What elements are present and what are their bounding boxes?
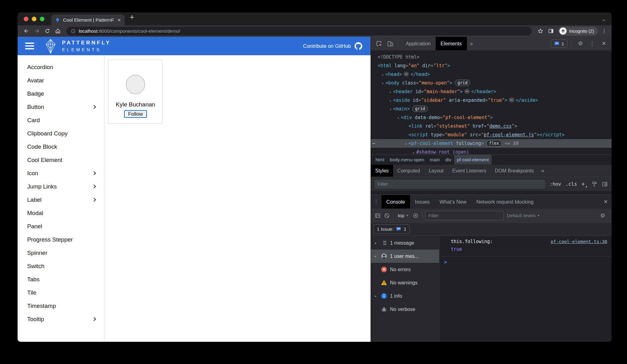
toggle-classes-button[interactable]: .cls — [565, 181, 577, 187]
devtools-settings-icon[interactable]: ⚙ — [575, 40, 586, 47]
address-bar[interactable]: localhost:8000/components/cool-element/d… — [66, 27, 532, 35]
collapse-arrow-icon[interactable]: ▾ — [388, 105, 393, 114]
sidebar-item-avatar[interactable]: Avatar — [18, 74, 104, 87]
sidebar-item-modal[interactable]: Modal — [18, 206, 104, 220]
site-info-icon[interactable] — [71, 29, 76, 34]
layout-badge[interactable]: grid — [412, 105, 428, 112]
drawer-tab-console[interactable]: Console — [381, 195, 410, 209]
tab-application[interactable]: Application — [401, 37, 436, 50]
drawer-close-icon[interactable]: ✕ — [604, 199, 608, 205]
breadcrumb-div[interactable]: div — [442, 155, 454, 164]
console-prompt[interactable]: > — [439, 256, 612, 265]
issue-counter-button[interactable]: 1 Issue: 1 — [373, 225, 410, 234]
inline-expand-icon[interactable]: ⋯ — [509, 97, 514, 102]
console-settings-icon[interactable]: ⚙ — [597, 212, 608, 219]
sidebar-item-button[interactable]: Button — [18, 100, 104, 114]
dom-tree-row[interactable]: <script type="module" src="pf-cool-eleme… — [371, 130, 612, 139]
styles-tab-styles[interactable]: Styles — [371, 165, 393, 177]
styles-tab-dom-breakpoints[interactable]: DOM Breakpoints — [491, 165, 538, 177]
forward-icon[interactable] — [32, 27, 42, 36]
collapse-arrow-icon[interactable]: ▾ — [396, 114, 401, 122]
tab-close-icon[interactable]: ✕ — [117, 18, 122, 23]
collapse-arrow-icon[interactable]: ▾ — [403, 140, 409, 148]
browser-tab[interactable]: Cool Element | PatternFly Elem ✕ — [51, 14, 125, 25]
styles-filter-input[interactable] — [375, 180, 545, 189]
sidebar-item-spinner[interactable]: Spinner — [18, 246, 104, 259]
inline-expand-icon[interactable]: ⋯ — [464, 89, 470, 94]
profile-badge[interactable]: Incognito (2) — [558, 27, 598, 35]
log-levels-dropdown[interactable]: Default levels ▾ — [507, 213, 539, 218]
dom-tree-row[interactable]: ▸<head>⋯</head> — [371, 70, 612, 79]
rendering-emulation-icon[interactable] — [591, 181, 597, 187]
more-tabs-icon[interactable]: » — [467, 40, 476, 47]
drawer-tab-network-request-blocking[interactable]: Network request blocking — [471, 195, 538, 209]
styles-tab-event-listeners[interactable]: Event Listeners — [448, 165, 490, 177]
devtools-menu-icon[interactable]: ⋮ — [587, 40, 597, 47]
drawer-tab-issues[interactable]: Issues — [410, 195, 435, 209]
styles-tab-layout[interactable]: Layout — [424, 165, 448, 177]
dom-tree-row[interactable]: ⋯▾<pf-cool-element following>flex == $0 — [371, 139, 612, 148]
sidebar-item-icon[interactable]: Icon — [18, 167, 104, 180]
dom-tree-row[interactable]: ▾<div data-demo="pf-cool-element"> — [371, 113, 612, 122]
sidebar-item-label[interactable]: Label — [18, 193, 104, 206]
issues-counter-button[interactable]: 1 — [551, 39, 567, 48]
contribute-link[interactable]: Contribute on GitHub — [303, 42, 363, 50]
console-sidebar-1-user-mes-[interactable]: ▸1 user mes... — [371, 250, 439, 263]
inline-expand-icon[interactable]: ⋯ — [404, 72, 409, 77]
new-tab-button[interactable]: + — [130, 13, 134, 21]
message-source-link[interactable]: pf-cool-element.ts:30 — [551, 238, 607, 246]
dom-tree-row[interactable]: ▸<header id="main-header">⋯</header> — [371, 87, 612, 96]
expand-arrow-icon[interactable]: ▸ — [373, 241, 378, 245]
console-sidebar-no-verbose[interactable]: No verbose — [371, 303, 439, 316]
breadcrumb-body.menu-open[interactable]: body.menu-open — [387, 155, 427, 164]
sidebar-item-jump-links[interactable]: Jump Links — [18, 180, 104, 193]
bookmark-star-icon[interactable] — [535, 27, 545, 36]
dom-tree-row[interactable]: ▾<main>grid — [371, 105, 612, 113]
sidebar-item-tooltip[interactable]: Tooltip — [18, 312, 104, 326]
breadcrumb-html[interactable]: html — [373, 155, 387, 164]
expand-arrow-icon[interactable]: ▸ — [373, 254, 378, 258]
follow-button[interactable]: Follow — [124, 110, 147, 118]
new-style-rule-icon[interactable]: + — [581, 180, 587, 188]
drawer-menu-icon[interactable]: ⋮ — [371, 199, 381, 205]
dom-tree-row[interactable]: <link rel="stylesheet" href="demo.css"> — [371, 122, 612, 130]
javascript-context-dropdown[interactable]: top ▾ — [397, 213, 409, 218]
sidebar-item-tile[interactable]: Tile — [18, 286, 104, 299]
console-sidebar-1-info[interactable]: ▸1 info — [371, 289, 439, 303]
sidebar-item-panel[interactable]: Panel — [18, 220, 104, 233]
tab-elements[interactable]: Elements — [436, 37, 467, 50]
dom-tree-row[interactable]: <html lang="en" dir="ltr"> — [371, 61, 612, 70]
dom-tree-row[interactable]: ▸<aside id="sidebar" aria-expanded="true… — [371, 96, 612, 105]
layout-badge[interactable]: flex — [486, 140, 502, 147]
sidebar-item-card[interactable]: Card — [18, 114, 104, 127]
close-window-button[interactable] — [24, 17, 28, 21]
breadcrumb-pf-cool-element[interactable]: pf-cool-element — [454, 155, 492, 164]
dom-tree-row[interactable]: ▾<body class="menu-open">grid — [371, 79, 612, 87]
tab-search-chevron-icon[interactable]: ⌄ — [602, 17, 606, 22]
console-filter-input[interactable] — [425, 211, 504, 220]
console-sidebar-no-warnings[interactable]: No warnings — [371, 276, 439, 289]
layout-badge[interactable]: grid — [455, 80, 471, 86]
home-icon[interactable] — [53, 27, 63, 36]
live-expression-eye-icon[interactable] — [413, 213, 419, 219]
sidebar-item-badge[interactable]: Badge — [18, 87, 104, 100]
expand-arrow-icon[interactable]: ▸ — [388, 88, 393, 97]
sidebar-item-code-block[interactable]: Code Block — [18, 140, 104, 153]
sidebar-item-accordion[interactable]: Accordion — [18, 60, 104, 74]
console-sidebar-1-message[interactable]: ▸1 message — [371, 236, 439, 250]
dock-sidebar-icon[interactable] — [602, 181, 608, 187]
sidebar-item-clipboard-copy[interactable]: Clipboard Copy — [18, 127, 104, 140]
zoom-window-button[interactable] — [40, 17, 44, 21]
side-panel-icon[interactable] — [546, 27, 556, 36]
breadcrumb-main[interactable]: main — [427, 155, 443, 164]
console-sidebar-toggle-icon[interactable] — [375, 213, 381, 219]
expand-arrow-icon[interactable]: ▸ — [411, 148, 416, 155]
styles-tab-computed[interactable]: Computed — [393, 165, 425, 177]
sidebar-item-timestamp[interactable]: Timestamp — [18, 299, 104, 312]
console-message[interactable]: this.following: true pf-cool-element.ts:… — [439, 236, 612, 256]
sidebar-item-progress-stepper[interactable]: Progress Stepper — [18, 233, 104, 246]
sidebar-item-cool-element[interactable]: Cool Element — [18, 153, 104, 167]
menu-hamburger-icon[interactable] — [25, 43, 34, 49]
collapse-arrow-icon[interactable]: ▾ — [380, 79, 385, 88]
toggle-hover-state-button[interactable]: :hov — [550, 181, 561, 187]
